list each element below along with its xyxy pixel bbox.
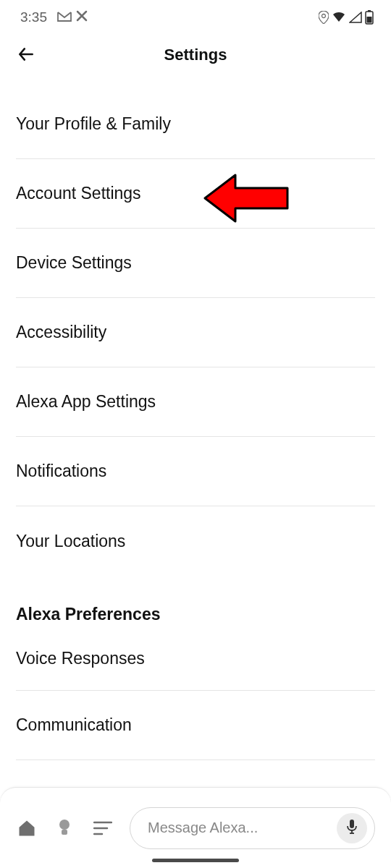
section-header-alexa-preferences: Alexa Preferences <box>16 605 375 624</box>
settings-item-device-settings[interactable]: Device Settings <box>16 229 375 298</box>
back-button[interactable] <box>12 41 41 69</box>
wifi-icon <box>332 12 346 23</box>
settings-item-label: Accessibility <box>16 323 106 342</box>
location-icon <box>319 11 329 24</box>
battery-icon <box>365 10 374 25</box>
settings-item-label: Device Settings <box>16 253 132 273</box>
settings-item-label: Communication <box>16 715 132 735</box>
settings-item-account-settings[interactable]: Account Settings <box>16 159 375 229</box>
settings-item-alexa-app-settings[interactable]: Alexa App Settings <box>16 367 375 437</box>
cellular-icon <box>349 12 362 23</box>
settings-item-communication[interactable]: Communication <box>16 691 375 760</box>
home-indicator[interactable] <box>152 859 239 862</box>
settings-item-accessibility[interactable]: Accessibility <box>16 298 375 367</box>
arrow-left-icon <box>17 45 35 66</box>
status-bar: 3:35 <box>0 0 391 35</box>
gmail-icon <box>57 9 72 25</box>
app-header: Settings <box>0 35 391 75</box>
settings-item-label: Alexa App Settings <box>16 392 156 412</box>
lightbulb-icon[interactable] <box>54 812 75 844</box>
settings-item-voice-responses[interactable]: Voice Responses <box>16 627 375 691</box>
microphone-icon <box>346 819 358 837</box>
message-input-container <box>130 807 375 849</box>
page-title: Settings <box>0 46 391 64</box>
x-icon <box>76 9 88 25</box>
settings-item-label: Your Profile & Family <box>16 114 171 134</box>
home-icon[interactable] <box>16 812 38 844</box>
svg-rect-8 <box>350 820 354 828</box>
settings-item-label: Notifications <box>16 461 106 481</box>
svg-point-3 <box>59 820 70 830</box>
settings-item-profile-family[interactable]: Your Profile & Family <box>16 90 375 159</box>
message-input[interactable] <box>148 820 331 836</box>
svg-rect-4 <box>62 830 67 835</box>
settings-list: Your Profile & Family Account Settings D… <box>0 90 391 760</box>
status-right <box>319 10 374 25</box>
settings-item-label: Account Settings <box>16 184 141 203</box>
microphone-button[interactable] <box>337 813 367 843</box>
svg-rect-1 <box>368 10 371 12</box>
svg-rect-2 <box>367 17 372 23</box>
settings-item-label: Your Locations <box>16 532 125 551</box>
settings-item-notifications[interactable]: Notifications <box>16 437 375 506</box>
settings-item-label: Voice Responses <box>16 649 145 668</box>
bottom-bar <box>0 787 391 868</box>
status-left: 3:35 <box>20 9 88 25</box>
settings-item-your-locations[interactable]: Your Locations <box>16 506 375 576</box>
menu-icon[interactable] <box>92 812 114 844</box>
status-time: 3:35 <box>20 9 47 25</box>
